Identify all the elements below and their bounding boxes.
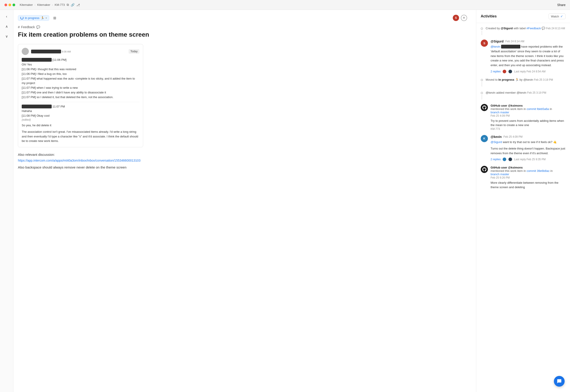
- chat-line-ok: [11:08 PM] Okay cool: [22, 113, 139, 118]
- kevin-mention: @kevin: [491, 45, 500, 48]
- github-commit-msg-2: More clearly differentiate between remov…: [491, 181, 566, 189]
- moved-time: Feb 25 3:19 PM: [534, 78, 553, 81]
- chat-footer-2: The association control isn't great. I'v…: [22, 130, 139, 143]
- close-window-btn[interactable]: [4, 4, 7, 6]
- label-emoji: 💬: [36, 25, 40, 29]
- down-button[interactable]: ∨: [3, 32, 11, 40]
- chat-name-3-redacted: ████████: [22, 105, 52, 108]
- activity-member-content: @kevin added member @kevin Feb 25 3:19 P…: [486, 91, 566, 99]
- github-item-id-1: KM-773: [491, 127, 566, 130]
- watch-check-icon: ✓: [560, 14, 563, 18]
- back-button[interactable]: ‹: [3, 13, 11, 21]
- status-label: In progress: [25, 16, 39, 20]
- comment-sigurd: S @Sigurd Feb 24 8:14 AM @kevin █████ ha…: [481, 40, 566, 73]
- chat-edited-label: (edited): [22, 118, 139, 121]
- kevin-time: Feb 25 4:09 PM: [503, 135, 522, 138]
- kevin-last-reply: Last reply Feb 25 9:35 PM: [514, 158, 546, 161]
- activity-dot-1: [481, 28, 483, 30]
- float-chat-button[interactable]: [554, 376, 565, 387]
- activity-dot-col-1: [481, 27, 483, 35]
- activity-moved: Moved to In progress 🏃 by @kevin Feb 25 …: [481, 78, 566, 86]
- feedback-label-link[interactable]: #Feedback 💬: [526, 27, 545, 30]
- chat-name-2-redacted: ████████: [22, 58, 52, 62]
- branch-icon[interactable]: ⎇: [76, 3, 80, 7]
- copy-icon[interactable]: ⧉: [67, 3, 69, 7]
- github-time-1: Feb 25 4:09 PM: [491, 114, 510, 117]
- label-name: Feedback: [21, 25, 35, 29]
- chat-line-bug: [11:06 PM] I filed a bug on this, too: [22, 72, 139, 76]
- reply-avatar-4: [508, 157, 512, 161]
- sigurd-replies-row[interactable]: 2 replies Last reply Feb 24 8:54 AM: [491, 70, 566, 73]
- chat-date-button[interactable]: Today: [129, 49, 139, 54]
- kevin-avatar: K: [481, 135, 488, 142]
- github-user-2: GitHub user @ksimons: [491, 166, 523, 169]
- maximize-window-btn[interactable]: [13, 4, 15, 6]
- chat-line-disassociate: [11:07 PM] one and then I didn't have an…: [22, 90, 139, 95]
- chat-line-yes: Oh! Yes: [22, 62, 139, 67]
- github-commit-msg-1: Try to prevent users from accidentally a…: [491, 119, 566, 127]
- kevin-replies-count: 2 replies: [491, 158, 501, 161]
- backspace-text: Also backspace should always remove neve…: [18, 165, 467, 169]
- up-button[interactable]: ∧: [3, 22, 11, 30]
- activity-line-2: [482, 82, 482, 86]
- item-id: KM-773: [55, 3, 65, 6]
- branch-link-2[interactable]: branch master: [491, 172, 509, 176]
- watch-button[interactable]: Watch ✓: [549, 14, 566, 19]
- chat-time-1107: 11:07 PM: [52, 105, 65, 108]
- chat-line-trying: [11:07 PM] when I was trying to write a …: [22, 85, 139, 90]
- activity-dot-3: [481, 92, 483, 94]
- comment-kevin: K @kevin Feb 25 4:09 PM @Sigurd want to …: [481, 135, 566, 161]
- window-controls: [4, 4, 15, 6]
- sigurd-author: @Sigurd: [491, 40, 504, 43]
- title-bar-left: Kitemaker · Kitemaker · KM-773 ⧉ 🔗 ⎇: [4, 3, 80, 7]
- sigurd-last-reply: Last reply Feb 24 8:54 AM: [514, 70, 545, 73]
- hash-symbol: #: [18, 25, 20, 29]
- activities-list: Created by @Sigurd with label #Feedback …: [476, 23, 570, 392]
- kevin-replies-row[interactable]: 2 replies Last reply Feb 25 9:35 PM: [491, 157, 566, 161]
- commit-link-2[interactable]: commit 39e6b8ac: [526, 169, 550, 172]
- activity-line-1: [482, 31, 482, 35]
- intercom-link[interactable]: https://app.intercom.com/a/apps/mt40a3om…: [18, 159, 467, 162]
- status-emoji: 🏃: [41, 16, 44, 20]
- chat-messages-2: ████████ 11:07 PM Hahaha [11:08 PM] Okay…: [22, 104, 139, 118]
- status-badge[interactable]: In progress 🏃 ▾: [18, 15, 49, 21]
- title-sep1: ·: [35, 3, 36, 6]
- chat-messages: ████████ [11:06 PM] Oh! Yes [11:06 PM] i…: [22, 58, 139, 99]
- minimize-window-btn[interactable]: [9, 4, 11, 6]
- panel-header: Activities Watch ✓: [476, 10, 570, 23]
- sigurd-comment-header: @Sigurd Feb 24 8:14 AM: [491, 40, 566, 43]
- branch-link-1[interactable]: branch master: [491, 111, 509, 114]
- chat-divider: [22, 102, 139, 102]
- github-action-1: mentioned this work item in commit fdeb5…: [491, 107, 552, 111]
- activity-dot-2: [481, 79, 483, 81]
- activity-dot-col-2: [481, 78, 483, 86]
- kevin-author: @kevin: [491, 135, 502, 139]
- github-user-1: GitHub user @ksimons: [491, 104, 523, 107]
- spinner-icon: [20, 16, 24, 19]
- sigurd-time: Feb 24 8:14 AM: [505, 40, 524, 43]
- panel-title: Activities: [481, 14, 497, 18]
- also-relevant-text: Also relevant discussion:: [18, 153, 467, 156]
- chat-line-hahaha: Hahaha: [22, 109, 139, 113]
- left-nav: ‹ ∧ ∨: [0, 10, 14, 392]
- commit-link-1[interactable]: commit fdeb5a6a: [526, 107, 549, 111]
- sigurd-replies-count: 2 replies: [491, 70, 501, 73]
- title-sep2: ·: [52, 3, 53, 6]
- activity-line-3: [482, 95, 482, 99]
- status-left: In progress 🏃 ▾ ⊞: [18, 14, 58, 21]
- reply-avatar-1: [502, 70, 507, 73]
- activity-moved-content: Moved to In progress 🏃 by @kevin Feb 25 …: [486, 78, 566, 86]
- link-icon[interactable]: 🔗: [71, 3, 74, 7]
- kevin-comment-text-1: @Sigurd want to try that out to see if i…: [491, 140, 566, 145]
- member-time: Feb 25 3:19 PM: [527, 91, 546, 94]
- activity-created-time: Feb 24 8:13 AM: [546, 27, 565, 30]
- share-button[interactable]: Share: [557, 3, 566, 7]
- chat-header: ████████ 8:08 AM Today: [22, 48, 139, 55]
- add-member-button[interactable]: +: [461, 15, 467, 21]
- sigurd-mention: @Sigurd: [491, 140, 502, 144]
- chat-username-redacted: ████████: [31, 50, 61, 53]
- right-panel: Activities Watch ✓ Created by @Sigurd wi…: [476, 10, 570, 392]
- kevin-comment-text-2: Turns out the delete thing doesn't happe…: [491, 146, 566, 156]
- box-icon-button[interactable]: ⊞: [51, 14, 58, 21]
- github-commit-2: GitHub user @ksimons mentioned this work…: [481, 166, 566, 189]
